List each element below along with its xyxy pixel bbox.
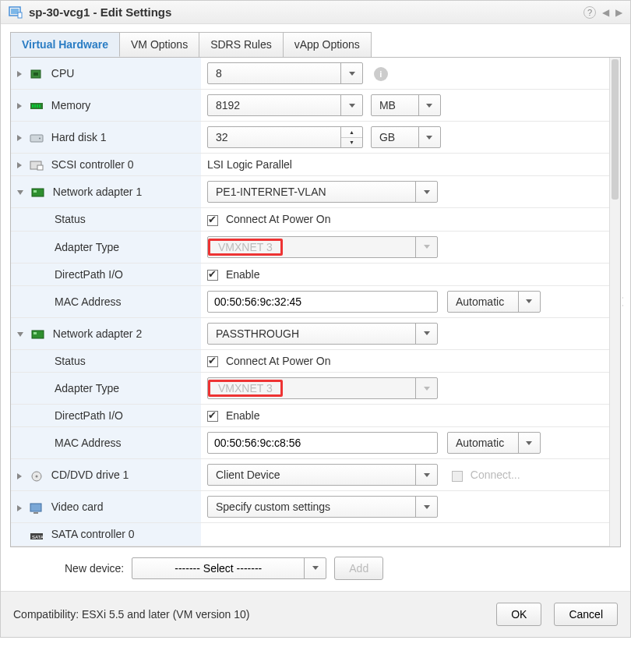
- net1-adaptertype-label: Adapter Type: [55, 241, 119, 253]
- net1-mac-input[interactable]: [207, 291, 438, 313]
- net1-directpath-checkbox[interactable]: [207, 270, 218, 281]
- video-select[interactable]: Specify custom settings: [207, 496, 438, 518]
- scrollbar[interactable]: [609, 58, 620, 546]
- harddisk1-label: Hard disk 1: [51, 131, 107, 143]
- net1-adaptertype-select: VMXNET 3: [207, 236, 438, 258]
- chevron-down-icon[interactable]: [340, 95, 362, 115]
- expand-net2[interactable]: [17, 332, 23, 337]
- ok-button[interactable]: OK: [496, 603, 541, 626]
- net2-network-select[interactable]: PASSTHROUGH: [207, 323, 438, 345]
- chevron-down-icon[interactable]: [518, 292, 540, 312]
- cddvd1-connect-label: Connect...: [471, 469, 520, 481]
- chevron-down-icon[interactable]: [304, 558, 326, 578]
- chevron-down-icon: [415, 378, 437, 398]
- svg-point-19: [35, 475, 37, 477]
- hardware-panel: ⋮⋮ CPU 8 i: [10, 57, 621, 547]
- expand-memory[interactable]: [17, 103, 22, 109]
- sata-icon: SATA: [30, 530, 44, 541]
- cpu-icon: [30, 69, 44, 80]
- expand-harddisk1[interactable]: [17, 135, 22, 141]
- harddisk1-unit-select[interactable]: GB: [371, 126, 441, 148]
- net1-mac-mode-select[interactable]: Automatic: [447, 291, 541, 313]
- svg-rect-13: [37, 165, 43, 170]
- cddvd1-label: CD/DVD drive 1: [51, 469, 129, 481]
- tab-virtual-hardware[interactable]: Virtual Hardware: [10, 32, 120, 57]
- net2-adaptertype-select: VMXNET 3: [207, 377, 438, 399]
- info-icon[interactable]: i: [374, 67, 388, 81]
- expand-scsi0[interactable]: [17, 162, 22, 168]
- tab-vapp-options[interactable]: vApp Options: [283, 32, 372, 57]
- net2-mac-label: MAC Address: [55, 437, 122, 449]
- net2-status-label: Status: [55, 355, 86, 367]
- scrollbar-thumb[interactable]: [612, 59, 619, 200]
- chevron-down-icon[interactable]: [418, 95, 440, 115]
- net2-directpath-text: Enable: [226, 409, 260, 422]
- svg-point-11: [39, 138, 41, 140]
- net2-mac-mode-select[interactable]: Automatic: [447, 432, 541, 454]
- net2-directpath-checkbox[interactable]: [207, 411, 218, 422]
- nav-prev-icon[interactable]: ◀: [602, 7, 609, 18]
- chevron-down-icon: [415, 237, 437, 257]
- video-label: Video card: [51, 500, 104, 513]
- video-icon: [30, 503, 44, 514]
- svg-rect-15: [33, 190, 37, 193]
- net1-status-label: Status: [55, 213, 86, 225]
- chevron-down-icon[interactable]: [415, 324, 437, 344]
- net1-connect-label: Connect At Power On: [226, 213, 331, 225]
- new-device-select[interactable]: ------- Select -------: [132, 557, 326, 579]
- tab-vm-options[interactable]: VM Options: [119, 32, 199, 57]
- expand-net1[interactable]: [17, 190, 23, 195]
- harddisk1-size[interactable]: 32 ▲▼: [207, 126, 363, 148]
- net2-adaptertype-label: Adapter Type: [55, 382, 119, 394]
- net1-directpath-label: DirectPath I/O: [55, 268, 123, 281]
- svg-rect-7: [34, 104, 36, 108]
- new-device-row: New device: ------- Select ------- Add: [1, 547, 630, 591]
- svg-rect-20: [30, 504, 41, 511]
- add-button: Add: [334, 557, 383, 580]
- net1-label: Network adapter 1: [53, 186, 142, 198]
- new-device-label: New device:: [65, 562, 124, 575]
- memory-input[interactable]: 8192: [207, 94, 363, 116]
- chevron-down-icon[interactable]: [415, 182, 437, 202]
- net2-label: Network adapter 2: [53, 327, 142, 340]
- sata0-label: SATA controller 0: [51, 528, 135, 540]
- chevron-down-icon[interactable]: [518, 433, 540, 453]
- vm-icon: [9, 6, 23, 19]
- dialog-title: sp-30-vcg1 - Edit Settings: [29, 5, 171, 19]
- cpu-label: CPU: [51, 67, 75, 80]
- harddisk1-spinner[interactable]: ▲▼: [340, 127, 362, 147]
- svg-rect-21: [33, 512, 38, 514]
- nic-icon: [31, 329, 45, 340]
- net1-connect-checkbox[interactable]: [207, 215, 218, 226]
- scsi0-value: LSI Logic Parallel: [207, 158, 292, 171]
- net1-mac-label: MAC Address: [55, 295, 122, 308]
- nav-next-icon[interactable]: ▶: [615, 7, 622, 18]
- net2-mac-input[interactable]: [207, 432, 438, 454]
- net1-network-select[interactable]: PE1-INTERNET-VLAN: [207, 181, 438, 203]
- cpu-select[interactable]: 8: [207, 62, 363, 84]
- harddisk-icon: [30, 133, 44, 143]
- chevron-down-icon[interactable]: [415, 497, 437, 517]
- cddvd1-select[interactable]: Client Device: [207, 464, 438, 486]
- chevron-down-icon[interactable]: [340, 63, 362, 83]
- expand-cpu[interactable]: [17, 71, 22, 77]
- memory-icon: [30, 101, 44, 111]
- expand-cddvd1[interactable]: [17, 473, 22, 479]
- expand-video[interactable]: [17, 505, 22, 511]
- cancel-button[interactable]: Cancel: [554, 603, 618, 626]
- scsi0-label: SCSI controller 0: [51, 158, 134, 171]
- svg-rect-17: [33, 332, 37, 334]
- memory-label: Memory: [51, 99, 91, 111]
- scsi-icon: [30, 160, 44, 171]
- chevron-down-icon[interactable]: [418, 127, 440, 147]
- memory-unit-select[interactable]: MB: [371, 94, 441, 116]
- nic-icon: [31, 187, 45, 198]
- dialog-footer: Compatibility: ESXi 5.5 and later (VM ve…: [1, 591, 630, 637]
- svg-text:SATA: SATA: [32, 535, 44, 539]
- svg-rect-2: [18, 12, 22, 18]
- net2-connect-checkbox[interactable]: [207, 356, 218, 367]
- tab-sdrs-rules[interactable]: SDRS Rules: [199, 32, 284, 57]
- svg-rect-8: [37, 104, 38, 108]
- chevron-down-icon[interactable]: [415, 465, 437, 485]
- help-icon[interactable]: ?: [583, 6, 596, 19]
